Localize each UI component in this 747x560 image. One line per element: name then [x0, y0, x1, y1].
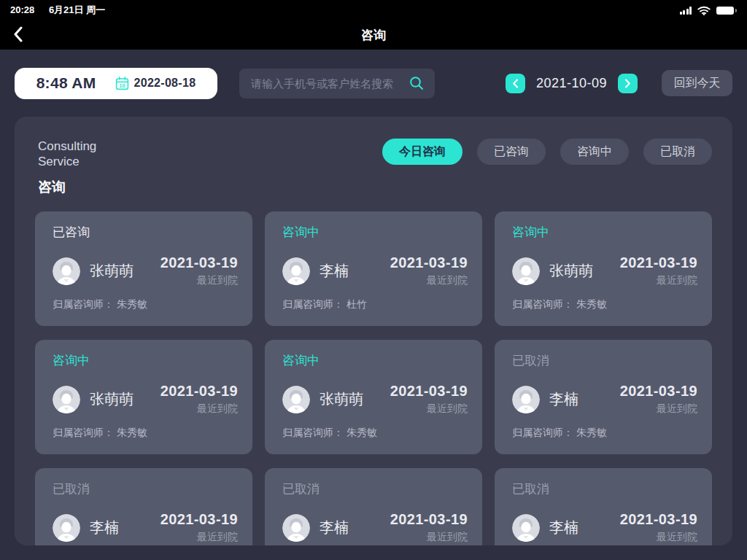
consult-card[interactable]: 已取消 李楠 2021-03-19 最近到院 归属咨询师：朱秀敏	[495, 340, 712, 454]
date-navigation: 2021-10-09	[506, 74, 638, 93]
last-visit-label: 最近到院	[620, 531, 697, 544]
time-date-pill[interactable]: 8:48 AM 10 2022-08-18	[15, 68, 217, 99]
consult-card[interactable]: 咨询中 张萌萌 2021-03-19 最近到院 归属咨询师：朱秀敏	[35, 340, 252, 454]
avatar-icon	[282, 386, 310, 413]
selected-time: 8:48 AM	[36, 74, 96, 92]
panel-header: Consulting Service 咨询 今日咨询已咨询咨询中已取消	[35, 117, 712, 211]
visit-info: 2021-03-19 最近到院	[160, 383, 238, 416]
visit-info: 2021-03-19 最近到院	[620, 383, 697, 416]
selected-date: 2022-08-18	[134, 77, 196, 90]
counselor-name: 朱秀敏	[347, 427, 377, 438]
counselor-name: 朱秀敏	[117, 298, 147, 310]
last-visit-label: 最近到院	[160, 402, 238, 416]
filter-tab-0[interactable]: 今日咨询	[382, 139, 462, 165]
card-customer-row: 李楠 2021-03-19 最近到院	[282, 511, 468, 544]
back-to-today-button[interactable]: 回到今天	[662, 70, 732, 96]
search-input[interactable]	[249, 77, 409, 90]
system-date: 6月21日 周一	[49, 4, 105, 15]
consult-card[interactable]: 已取消 李楠 2021-03-19 最近到院	[265, 468, 482, 545]
card-status-badge: 咨询中	[53, 354, 238, 367]
card-customer-row: 张萌萌 2021-03-19 最近到院	[512, 254, 697, 287]
visit-info: 2021-03-19 最近到院	[160, 511, 238, 544]
toolbar: 8:48 AM 10 2022-08-18	[0, 50, 747, 117]
last-visit-date: 2021-03-19	[620, 511, 697, 527]
card-status-badge: 已取消	[53, 483, 238, 495]
last-visit-label: 最近到院	[390, 274, 468, 287]
cellular-signal-icon	[680, 7, 692, 15]
avatar-icon	[512, 386, 540, 413]
counselor-info: 归属咨询师：朱秀敏	[282, 427, 468, 440]
filter-group: 今日咨询已咨询咨询中已取消	[382, 139, 712, 165]
customer-name: 张萌萌	[549, 261, 593, 281]
customer-name: 张萌萌	[90, 261, 133, 281]
customer-name: 张萌萌	[90, 389, 133, 409]
avatar-icon	[512, 514, 540, 542]
consult-card[interactable]: 已取消 李楠 2021-03-19 最近到院	[35, 468, 252, 545]
panel-titles: Consulting Service 咨询	[35, 139, 125, 197]
customer-name: 李楠	[549, 389, 578, 409]
avatar-icon	[53, 257, 80, 285]
customer-name: 李楠	[549, 518, 578, 537]
counselor-label: 归属咨询师：	[282, 298, 344, 310]
calendar-icon: 10	[115, 77, 129, 90]
customer-name: 李楠	[90, 518, 119, 537]
filter-tab-1[interactable]: 已咨询	[477, 139, 546, 165]
counselor-info: 归属咨询师：朱秀敏	[512, 298, 697, 311]
chevron-left-icon	[512, 79, 519, 88]
avatar-icon	[512, 257, 540, 285]
counselor-info: 归属咨询师：朱秀敏	[53, 427, 238, 440]
counselor-name: 朱秀敏	[576, 298, 607, 310]
consult-card[interactable]: 已咨询 张萌萌 2021-03-19 最近到院 归属咨询师：朱秀敏	[35, 211, 252, 326]
search-icon[interactable]	[409, 75, 425, 91]
last-visit-date: 2021-03-19	[160, 254, 238, 271]
battery-icon	[716, 7, 734, 15]
visit-info: 2021-03-19 最近到院	[390, 254, 468, 287]
avatar-icon	[53, 514, 80, 542]
consult-card[interactable]: 咨询中 张萌萌 2021-03-19 最近到院 归属咨询师：朱秀敏	[265, 340, 482, 454]
svg-text:10: 10	[119, 82, 125, 88]
counselor-label: 归属咨询师：	[512, 298, 573, 310]
counselor-label: 归属咨询师：	[53, 298, 114, 310]
app-screen: 20:28 6月21日 周一 咨询	[0, 0, 747, 560]
search-box[interactable]	[239, 69, 435, 98]
visit-info: 2021-03-19 最近到院	[160, 254, 238, 287]
visit-info: 2021-03-19 最近到院	[390, 511, 468, 544]
card-status-badge: 已取消	[282, 483, 468, 495]
consulting-panel: Consulting Service 咨询 今日咨询已咨询咨询中已取消 已咨询 …	[15, 117, 732, 545]
card-status-badge: 咨询中	[512, 226, 697, 238]
back-button[interactable]	[9, 22, 27, 47]
next-day-button[interactable]	[618, 74, 638, 93]
counselor-name: 杜竹	[347, 298, 367, 310]
avatar-icon	[53, 386, 80, 413]
counselor-label: 归属咨询师：	[53, 427, 114, 438]
card-status-badge: 已咨询	[53, 226, 238, 238]
last-visit-date: 2021-03-19	[620, 383, 697, 399]
page-title: 咨询	[361, 27, 386, 44]
card-customer-row: 李楠 2021-03-19 最近到院	[512, 511, 697, 544]
consult-card[interactable]: 已取消 李楠 2021-03-19 最近到院	[495, 468, 712, 545]
card-customer-row: 李楠 2021-03-19 最近到院	[282, 254, 468, 287]
visit-info: 2021-03-19 最近到院	[390, 383, 468, 416]
card-status-badge: 已取消	[512, 354, 697, 367]
counselor-info: 归属咨询师：杜竹	[282, 298, 468, 311]
counselor-name: 朱秀敏	[117, 427, 147, 438]
panel-title: 咨询	[38, 178, 125, 197]
filter-tab-3[interactable]: 已取消	[643, 139, 712, 165]
card-customer-row: 张萌萌 2021-03-19 最近到院	[53, 254, 238, 287]
card-customer-row: 李楠 2021-03-19 最近到院	[512, 383, 697, 416]
consult-card[interactable]: 咨询中 李楠 2021-03-19 最近到院 归属咨询师：杜竹	[265, 211, 482, 326]
consult-card[interactable]: 咨询中 张萌萌 2021-03-19 最近到院 归属咨询师：朱秀敏	[495, 211, 712, 326]
wifi-icon	[697, 6, 711, 15]
cards-grid: 已咨询 张萌萌 2021-03-19 最近到院 归属咨询师：朱秀敏 咨询中	[35, 211, 712, 545]
card-status-badge: 已取消	[512, 483, 697, 495]
visit-info: 2021-03-19 最近到院	[620, 511, 697, 544]
card-status-badge: 咨询中	[282, 226, 468, 238]
last-visit-label: 最近到院	[160, 531, 238, 544]
filter-tab-2[interactable]: 咨询中	[560, 139, 629, 165]
prev-day-button[interactable]	[506, 74, 525, 93]
last-visit-date: 2021-03-19	[160, 511, 238, 527]
card-customer-row: 李楠 2021-03-19 最近到院	[53, 511, 238, 544]
avatar-icon	[282, 257, 310, 285]
status-bar: 20:28 6月21日 周一	[0, 0, 747, 20]
counselor-info: 归属咨询师：朱秀敏	[512, 427, 697, 440]
